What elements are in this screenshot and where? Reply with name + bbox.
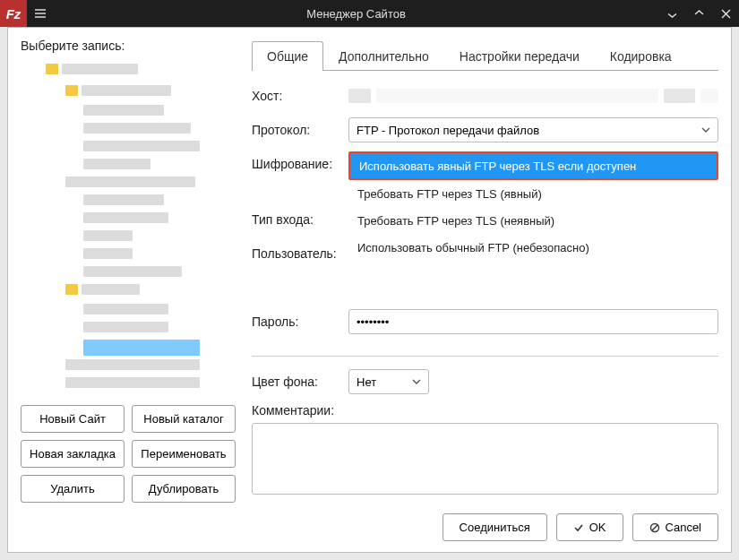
cancel-icon [649,522,660,533]
tab-general[interactable]: Общие [252,41,323,71]
encryption-option[interactable]: Требовать FTP через TLS (неявный) [348,207,718,234]
tab-charset[interactable]: Кодировка [595,41,687,71]
site-manager-dialog: Выберите запись: [7,27,732,553]
new-bookmark-button[interactable]: Новая закладка [21,440,125,468]
host-label: Хост: [252,89,348,103]
tab-advanced[interactable]: Дополнительно [323,41,444,71]
new-site-button[interactable]: Новый Сайт [21,405,125,433]
close-icon[interactable] [712,0,739,27]
duplicate-button[interactable]: Дублировать [132,475,236,503]
delete-button[interactable]: Удалить [21,475,125,503]
chevron-down-icon [412,379,421,384]
hamburger-icon[interactable] [27,6,54,21]
maximize-icon[interactable] [685,0,712,27]
rename-button[interactable]: Переименовать [132,440,236,468]
protocol-select[interactable]: FTP - Протокол передачи файлов [348,117,718,142]
encryption-selected: Использовать явный FTP через TLS если до… [350,153,717,178]
host-input[interactable] [348,89,718,103]
password-label: Пароль: [252,314,348,329]
protocol-value: FTP - Протокол передачи файлов [357,124,539,137]
dialog-footer: Соединиться OK Cancel [21,503,718,541]
encryption-option[interactable]: Требовать FTP через TLS (явный) [348,180,718,207]
select-entry-label: Выберите запись: [21,39,236,53]
tab-transfer[interactable]: Настройки передачи [444,41,595,71]
encryption-option[interactable]: Использовать обычный FTP (небезопасно) [348,234,718,261]
site-tree[interactable] [21,58,236,396]
check-icon [573,522,584,533]
window-title: Менеджер Сайтов [54,7,658,21]
right-panel: Общие Дополнительно Настройки передачи К… [236,39,718,503]
svg-line-6 [652,525,657,530]
bgcolor-select[interactable]: Нет [348,369,429,394]
left-panel: Выберите запись: [21,39,236,503]
comments-textarea[interactable] [252,423,718,495]
comments-label: Комментарии: [252,403,718,418]
minimize-icon[interactable] [658,0,685,27]
titlebar: Fz Менеджер Сайтов [0,0,739,27]
encryption-select[interactable]: Использовать явный FTP через TLS если до… [348,151,718,180]
ok-button[interactable]: OK [556,513,623,541]
encryption-dropdown: Требовать FTP через TLS (явный) Требоват… [348,180,718,261]
protocol-label: Протокол: [252,123,348,137]
new-folder-button[interactable]: Новый каталог [132,405,236,433]
cancel-label: Cancel [666,521,701,534]
bgcolor-value: Нет [357,375,376,389]
encryption-label: Шифрование: [252,151,348,171]
logon-type-label: Тип входа: [252,212,348,227]
connect-button[interactable]: Соединиться [443,513,547,541]
separator [252,356,718,357]
app-icon: Fz [0,0,27,27]
chevron-down-icon [701,127,710,133]
cancel-button[interactable]: Cancel [632,513,718,541]
tab-bar: Общие Дополнительно Настройки передачи К… [252,40,718,71]
password-input[interactable] [348,309,718,334]
ok-label: OK [589,521,606,534]
bgcolor-label: Цвет фона: [252,375,348,389]
user-label: Пользователь: [252,246,348,261]
